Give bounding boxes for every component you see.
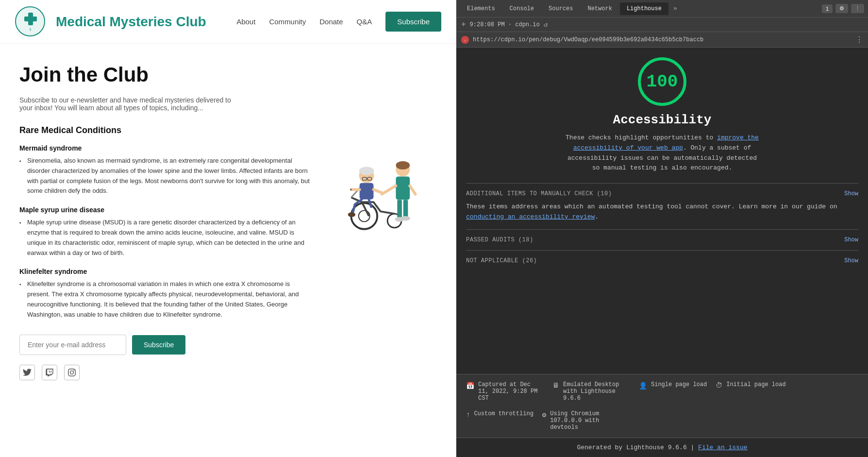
page-heading: Join the Club — [19, 63, 436, 86]
audit-section-manual_check: ADDITIONAL ITEMS TO MANUALLY CHECK (10)S… — [466, 183, 858, 229]
footer-throttling: ↑ Custom throttling — [466, 410, 534, 431]
navigation: ⚕ Medical Mysteries Club About Community… — [0, 0, 456, 44]
section-title: Rare Medical Conditions — [19, 125, 310, 135]
generated-text: Generated by Lighthouse 9.6.6 | — [577, 444, 698, 451]
conditions-list: Mermaid syndromeSirenomelia, also known … — [19, 144, 310, 320]
file-issue-link[interactable]: File an issue — [698, 444, 747, 451]
svg-point-8 — [359, 167, 374, 175]
twitter-icon[interactable] — [19, 365, 35, 380]
overflow-menu-icon[interactable]: ⋮ — [851, 4, 864, 13]
audit-label-manual_check: ADDITIONAL ITEMS TO MANUALLY CHECK (10) — [466, 190, 612, 197]
footer-captured: 📅 Captured at Dec 11, 2022, 9:28 PM CST — [466, 381, 544, 402]
email-input[interactable] — [19, 335, 126, 355]
throttle-icon: ↑ — [466, 411, 470, 419]
accessibility-title: Accessibility — [613, 113, 712, 127]
audit-show-manual_check[interactable]: Show — [844, 190, 858, 197]
tab-sources[interactable]: Sources — [542, 2, 580, 15]
tab-count-badge[interactable]: 1 — [822, 4, 833, 13]
condition-desc: Sirenomelia, also known as mermaid syndr… — [19, 156, 310, 196]
audit-label-not_applicable: NOT APPLICABLE (26) — [466, 257, 537, 264]
audit-show-not_applicable[interactable]: Show — [844, 257, 858, 264]
throttle-text: Custom throttling — [474, 410, 533, 417]
content-layout: Rare Medical Conditions Mermaid syndrome… — [19, 125, 436, 380]
svg-point-15 — [396, 161, 410, 169]
lighthouse-footer: 📅 Captured at Dec 11, 2022, 9:28 PM CST … — [456, 374, 868, 438]
audit-section-passed: PASSED AUDITS (18)Show — [466, 229, 858, 250]
nav-about[interactable]: About — [236, 17, 255, 26]
intro-text: Subscribe to our e-newsletter and have m… — [19, 96, 243, 112]
score-circle: 100 — [638, 57, 686, 106]
svg-rect-16 — [396, 176, 410, 200]
audit-header-passed[interactable]: PASSED AUDITS (18)Show — [466, 237, 858, 243]
instagram-icon[interactable] — [64, 365, 80, 380]
settings-icon[interactable]: ⚙ — [835, 4, 848, 13]
url-more-icon[interactable]: ⋮ — [855, 35, 863, 45]
devtools-tabbar: Elements Console Sources Network Lightho… — [456, 0, 868, 17]
site-logo: ⚕ — [15, 6, 46, 37]
score-value: 100 — [647, 72, 678, 92]
condition-desc: Maple syrup urine disease (MSUD) is a ra… — [19, 218, 310, 258]
chromium-icon: ⚙ — [542, 411, 546, 419]
subscribe-button[interactable]: Subscribe — [132, 335, 185, 355]
captured-text: Captured at Dec 11, 2022, 9:28 PM CST — [478, 381, 544, 402]
audit-sections: ADDITIONAL ITEMS TO MANUALLY CHECK (10)S… — [466, 183, 858, 271]
svg-rect-18 — [403, 200, 408, 218]
emulated-text: Emulated Desktop with Lighthouse 9.6.6 — [563, 381, 630, 402]
nav-donate[interactable]: Donate — [319, 17, 343, 26]
devtools-url-row: ⚠ https://cdpn.io/pen/debug/VwdOaqp/ee09… — [456, 32, 868, 48]
tab-network[interactable]: Network — [581, 2, 618, 15]
tab-console[interactable]: Console — [503, 2, 541, 15]
nav-community[interactable]: Community — [269, 17, 306, 26]
audit-body-manual_check: These items address areas which an autom… — [466, 202, 858, 222]
twitch-icon[interactable] — [42, 365, 57, 380]
website-panel: ⚕ Medical Mysteries Club About Community… — [0, 0, 456, 457]
svg-point-20 — [401, 216, 410, 221]
footer-chromium: ⚙ Using Chromium 107.0.0.0 with devtools — [542, 410, 620, 431]
condition-title: Mermaid syndrome — [19, 144, 310, 152]
audit-section-not_applicable: NOT APPLICABLE (26)Show — [466, 250, 858, 271]
site-title: Medical Mysteries Club — [56, 14, 227, 30]
more-tabs-icon[interactable]: » — [669, 2, 681, 15]
condition-desc: Klinefelter syndrome is a chromosomal va… — [19, 279, 310, 320]
svg-rect-2 — [24, 17, 37, 21]
main-content: Join the Club Subscribe to our e-newslet… — [0, 44, 456, 400]
footer-emulated: 🖥 Emulated Desktop with Lighthouse 9.6.6 — [552, 381, 630, 402]
page-load-icon: 👤 — [639, 382, 647, 390]
calendar-icon: 📅 — [466, 382, 474, 390]
page-url[interactable]: https://cdpn.io/pen/debug/VwdOaqp/ee0945… — [473, 36, 851, 43]
svg-point-13 — [348, 212, 355, 217]
initial-load-text: Initial page load — [726, 381, 785, 388]
chromium-text: Using Chromium 107.0.0.0 with devtools — [550, 410, 620, 431]
nav-links: About Community Donate Q&A Subscribe — [236, 12, 441, 32]
capture-time: 9:28:08 PM · cdpn.io — [470, 21, 540, 28]
reload-icon[interactable]: ↺ — [544, 20, 548, 29]
svg-rect-17 — [397, 200, 402, 218]
desktop-icon: 🖥 — [552, 382, 559, 389]
subscribe-section: Subscribe — [19, 335, 310, 355]
footer-initial-load: ⏱ Initial page load — [716, 381, 785, 402]
page-load-text: Single page load — [651, 381, 707, 388]
tab-lighthouse[interactable]: Lighthouse — [620, 2, 668, 15]
condition-title: Klinefelter syndrome — [19, 268, 310, 275]
condition-title: Maple syrup urine disease — [19, 206, 310, 214]
devtools-icon-group: 1 ⚙ ⋮ — [822, 4, 864, 13]
svg-text:⚕: ⚕ — [29, 27, 32, 32]
audit-label-passed: PASSED AUDITS (18) — [466, 237, 534, 243]
add-icon[interactable]: + — [461, 20, 466, 29]
social-icons — [19, 365, 310, 380]
tab-elements[interactable]: Elements — [460, 2, 502, 15]
audit-show-passed[interactable]: Show — [844, 237, 858, 243]
lighthouse-content: 100 Accessibility These checks highlight… — [456, 48, 868, 374]
devtools-panel: Elements Console Sources Network Lightho… — [456, 0, 868, 457]
footer-page-load: 👤 Single page load — [639, 381, 707, 402]
illustration — [325, 125, 436, 239]
timer-icon: ⏱ — [716, 382, 722, 389]
audit-header-not_applicable[interactable]: NOT APPLICABLE (26)Show — [466, 257, 858, 264]
favicon: ⚠ — [461, 36, 469, 44]
accessibility-description: These checks highlight opportunities to … — [565, 133, 759, 173]
lighthouse-bottom: Generated by Lighthouse 9.6.6 | File an … — [456, 438, 868, 457]
audit-header-manual_check[interactable]: ADDITIONAL ITEMS TO MANUALLY CHECK (10)S… — [466, 190, 858, 197]
nav-qa[interactable]: Q&A — [357, 17, 372, 26]
audit-body-link-manual_check[interactable]: conducting an accessibility review — [466, 213, 595, 220]
nav-subscribe-button[interactable]: Subscribe — [385, 12, 441, 32]
